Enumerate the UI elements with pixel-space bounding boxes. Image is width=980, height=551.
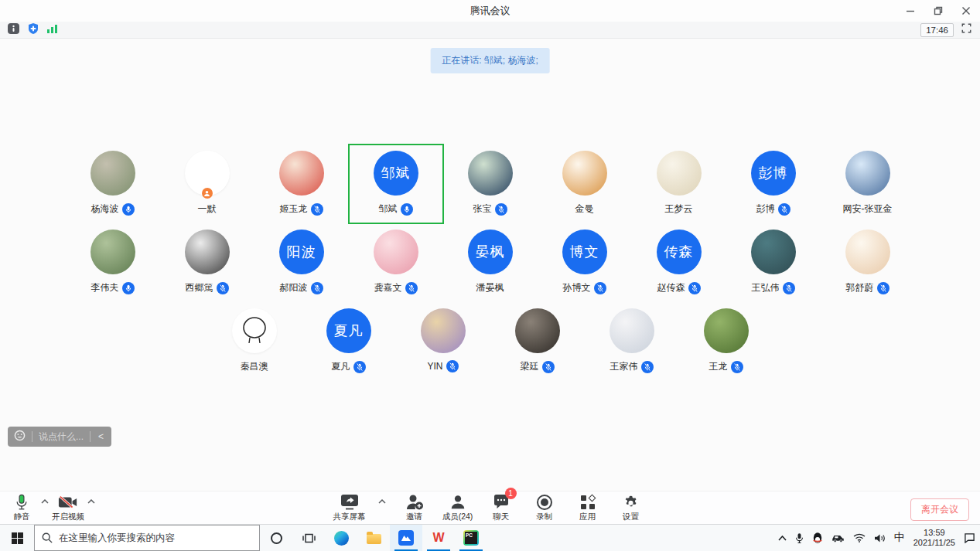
task-view-icon xyxy=(302,532,316,544)
participant-tile[interactable]: 彭博彭博 xyxy=(726,145,821,223)
statusbar-left xyxy=(8,22,59,38)
taskbar-cortana-button[interactable] xyxy=(260,525,292,551)
participant-name-row: 邹斌 xyxy=(379,202,413,216)
mute-button[interactable]: 静音 xyxy=(5,493,39,522)
close-button[interactable] xyxy=(952,0,980,22)
chat-button[interactable]: 1 聊天 xyxy=(484,493,518,522)
search-input[interactable] xyxy=(59,532,252,543)
participant-tile[interactable]: 阳波郝阳波 xyxy=(254,223,349,302)
participant-name: YIN xyxy=(427,361,442,372)
participant-tile[interactable]: 王弘伟 xyxy=(726,223,821,302)
pycharm-icon: PC xyxy=(463,530,479,546)
participant-tile[interactable]: 姬玉龙 xyxy=(254,145,349,223)
participant-tile[interactable]: 秦昌澳 xyxy=(207,302,302,381)
taskbar-search-box[interactable] xyxy=(34,525,260,551)
taskbar-clock[interactable]: 13:59 2021/11/25 xyxy=(913,528,955,548)
participant-name-row: 王龙 xyxy=(709,360,743,373)
chat-input-placeholder[interactable]: 说点什么... xyxy=(39,430,84,444)
participant-tile[interactable]: 王家伟 xyxy=(585,302,679,381)
taskbar-edge-button[interactable] xyxy=(325,525,357,551)
taskbar-tencent-meeting-button[interactable] xyxy=(390,525,422,551)
minimize-button[interactable] xyxy=(896,0,924,22)
participant-name-row: YIN xyxy=(427,360,458,372)
start-button[interactable] xyxy=(0,525,34,551)
leave-meeting-button[interactable]: 离开会议 xyxy=(910,498,969,521)
participant-tile[interactable]: 夏凡夏凡 xyxy=(302,302,396,381)
mic-muted-icon xyxy=(311,203,323,216)
chat-quick-bubble[interactable]: 说点什么... < xyxy=(8,427,111,447)
participant-tile[interactable]: 王梦云 xyxy=(632,145,726,223)
participant-tile[interactable]: 博文孙博文 xyxy=(538,223,632,302)
record-button[interactable]: 录制 xyxy=(528,493,562,522)
meeting-info-icon[interactable] xyxy=(8,22,20,38)
participant-name: 姬玉龙 xyxy=(280,202,308,216)
start-video-button[interactable]: 开启视频 xyxy=(51,493,85,522)
participant-tile[interactable]: 郭舒蔚 xyxy=(821,223,915,302)
participant-tile[interactable]: 传森赵传森 xyxy=(632,223,726,302)
hidden-icons-chevron[interactable] xyxy=(778,536,787,541)
invite-button[interactable]: 邀请 xyxy=(398,493,432,522)
participant-tile[interactable]: 网安-张亚金 xyxy=(821,145,915,223)
avatar xyxy=(704,308,749,353)
network-signal-icon[interactable] xyxy=(46,23,59,37)
participant-name-row: 张宝 xyxy=(473,202,507,216)
mic-muted-icon xyxy=(594,282,606,294)
fullscreen-icon[interactable] xyxy=(961,22,972,37)
gear-icon xyxy=(623,493,639,511)
mic-muted-icon xyxy=(311,282,323,294)
avatar: 阳波 xyxy=(279,230,324,274)
chat-collapse-button[interactable]: < xyxy=(97,431,105,442)
clock-date: 2021/11/25 xyxy=(913,538,955,548)
participant-tile[interactable]: 西郷篤 xyxy=(160,223,254,302)
participant-row: 秦昌澳夏凡夏凡YIN梁廷王家伟王龙 xyxy=(0,302,980,381)
restore-button[interactable] xyxy=(924,0,952,22)
participant-name: 郭舒蔚 xyxy=(846,281,874,294)
participant-name-row: 网安-张亚金 xyxy=(843,202,893,216)
share-options-caret[interactable] xyxy=(376,493,388,522)
emoji-icon[interactable] xyxy=(14,430,26,444)
participant-name: 潘晏枫 xyxy=(476,281,504,294)
participant-tile[interactable]: YIN xyxy=(396,302,490,381)
apps-button[interactable]: 应用 xyxy=(571,493,605,522)
participant-tile[interactable]: 张宝 xyxy=(443,145,538,223)
qq-icon[interactable] xyxy=(812,532,823,544)
participant-tile[interactable]: 杨海波 xyxy=(66,145,160,223)
mic-muted-icon xyxy=(446,360,459,372)
participant-tile[interactable]: 一默 xyxy=(160,145,254,223)
restore-icon xyxy=(934,6,943,15)
participant-tile[interactable]: 王龙 xyxy=(679,302,773,381)
taskbar-task-view-button[interactable] xyxy=(292,525,325,551)
participant-tile[interactable]: 邹斌邹斌 xyxy=(349,145,443,223)
share-screen-button[interactable]: 共享屏幕 xyxy=(333,493,367,522)
taskbar-file-explorer-button[interactable] xyxy=(357,525,390,551)
share-screen-label: 共享屏幕 xyxy=(333,512,366,522)
action-center-icon[interactable] xyxy=(964,532,975,543)
mic-muted-icon xyxy=(542,361,555,373)
participant-tile[interactable]: 李伟夫 xyxy=(66,223,160,302)
car-icon[interactable] xyxy=(831,533,845,542)
video-options-caret[interactable] xyxy=(85,493,97,522)
mute-options-caret[interactable] xyxy=(39,493,51,522)
tray-microphone-icon[interactable] xyxy=(795,532,804,544)
wifi-icon[interactable] xyxy=(853,533,866,542)
photo-avatar xyxy=(515,308,560,353)
participant-name: 金曼 xyxy=(575,202,594,216)
participant-tile[interactable]: 金曼 xyxy=(538,145,632,223)
security-shield-icon[interactable] xyxy=(27,22,39,38)
participant-tile[interactable]: 梁廷 xyxy=(490,302,585,381)
taskbar-pycharm-button[interactable]: PC xyxy=(455,525,487,551)
participant-tile[interactable]: 晏枫潘晏枫 xyxy=(443,223,538,302)
minimize-icon xyxy=(906,6,915,15)
participant-name: 孙博文 xyxy=(563,281,591,294)
system-tray: 中 13:59 2021/11/25 xyxy=(778,525,980,551)
members-button[interactable]: 成员(24) xyxy=(441,493,475,522)
ime-indicator[interactable]: 中 xyxy=(894,531,905,545)
taskbar-wps-button[interactable]: W xyxy=(422,525,455,551)
avatar: 传森 xyxy=(657,230,702,274)
settings-button[interactable]: 设置 xyxy=(614,493,648,522)
photo-avatar xyxy=(232,308,277,353)
record-label: 录制 xyxy=(536,512,552,522)
volume-icon[interactable] xyxy=(874,533,886,543)
participant-tile[interactable]: 龚嘉文 xyxy=(349,223,443,302)
avatar: 夏凡 xyxy=(326,308,371,353)
